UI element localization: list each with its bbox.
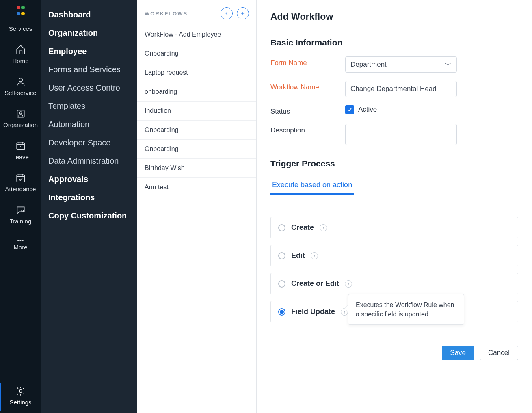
page-title: Add Workflow bbox=[270, 11, 518, 22]
rail-label: More bbox=[13, 244, 27, 251]
submenu-item-dashboard[interactable]: Dashboard bbox=[41, 6, 137, 24]
cancel-button[interactable]: Cancel bbox=[480, 346, 518, 360]
rail-label: Home bbox=[12, 57, 28, 64]
rail-item-self-service[interactable]: Self-service bbox=[0, 71, 41, 104]
workflow-list-item[interactable]: onboarding bbox=[137, 82, 256, 102]
chevron-down-icon: ﹀ bbox=[445, 60, 452, 69]
workflows-add-button[interactable] bbox=[237, 7, 249, 19]
section-trigger-heading: Trigger Process bbox=[270, 159, 518, 169]
submenu-item-forms-services[interactable]: Forms and Services bbox=[41, 61, 137, 79]
submenu-item-data-admin[interactable]: Data Administration bbox=[41, 152, 137, 170]
nav-rail: Services Home Self-service Organization … bbox=[0, 0, 41, 413]
workflows-header: WORKFLOWS bbox=[145, 11, 188, 17]
trigger-option-label: Edit bbox=[291, 251, 305, 260]
rail-label: Leave bbox=[12, 154, 29, 160]
section-basic-heading: Basic Information bbox=[270, 38, 518, 48]
status-active-checkbox[interactable]: Active bbox=[345, 105, 377, 114]
submenu-item-copy-customization[interactable]: Copy Customization bbox=[41, 207, 137, 225]
radio-icon bbox=[278, 308, 285, 316]
rail-item-settings[interactable]: Settings bbox=[0, 381, 41, 413]
submenu-item-employee[interactable]: Employee bbox=[41, 42, 137, 61]
settings-submenu: Dashboard Organization Employee Forms an… bbox=[41, 0, 137, 413]
check-icon bbox=[345, 105, 354, 114]
workflow-list-item[interactable]: Onboarding bbox=[137, 140, 256, 159]
description-textarea[interactable] bbox=[345, 124, 457, 145]
workflows-back-button[interactable] bbox=[221, 7, 233, 19]
svg-point-5 bbox=[22, 210, 23, 212]
trigger-option-field-update[interactable]: Field Update i Executes the Workflow Rul… bbox=[270, 301, 518, 322]
info-icon[interactable]: i bbox=[311, 252, 318, 259]
info-icon[interactable]: i bbox=[345, 280, 352, 288]
submenu-item-user-access[interactable]: User Access Control bbox=[41, 79, 137, 97]
trigger-option-edit[interactable]: Edit i bbox=[270, 245, 518, 266]
workflow-list-item[interactable]: WorkFlow - Add Employee bbox=[137, 25, 256, 44]
form-name-value: Department bbox=[350, 61, 387, 69]
radio-icon bbox=[278, 280, 285, 288]
calendar-alert-icon bbox=[15, 141, 26, 151]
gear-icon bbox=[15, 386, 26, 396]
workflow-list-item[interactable]: Onboarding bbox=[137, 121, 256, 140]
trigger-option-label: Create bbox=[291, 223, 314, 232]
status-active-label: Active bbox=[358, 106, 377, 114]
label-form-name: Form Name bbox=[270, 56, 345, 67]
submenu-item-organization[interactable]: Organization bbox=[41, 24, 137, 42]
workflows-list-panel: WORKFLOWS WorkFlow - Add Employee Onboar… bbox=[137, 0, 257, 413]
rail-item-services[interactable]: Services bbox=[0, 20, 41, 39]
submenu-item-integrations[interactable]: Integrations bbox=[41, 188, 137, 207]
svg-point-2 bbox=[19, 112, 22, 114]
calendar-check-icon bbox=[15, 173, 26, 183]
submenu-item-developer-space[interactable]: Developer Space bbox=[41, 134, 137, 152]
rail-item-attendance[interactable]: Attendance bbox=[0, 168, 41, 200]
save-button[interactable]: Save bbox=[442, 346, 474, 360]
radio-icon bbox=[278, 252, 285, 259]
field-update-tooltip: Executes the Workflow Rule when a specif… bbox=[348, 294, 464, 325]
label-status: Status bbox=[270, 105, 345, 116]
chat-icon bbox=[15, 205, 26, 215]
workflow-list-item[interactable]: Onboarding bbox=[137, 44, 256, 63]
tab-execute-on-action[interactable]: Execute based on action bbox=[270, 177, 354, 195]
svg-point-0 bbox=[19, 78, 22, 82]
workflow-form-panel: Add Workflow Basic Information Form Name… bbox=[257, 0, 532, 413]
svg-point-6 bbox=[19, 390, 22, 393]
workflow-list-item[interactable]: Laptop request bbox=[137, 63, 256, 82]
info-icon[interactable]: i bbox=[320, 224, 327, 231]
rail-label: Settings bbox=[9, 399, 31, 406]
rail-label: Self-service bbox=[4, 89, 36, 96]
trigger-option-create[interactable]: Create i bbox=[270, 217, 518, 238]
trigger-option-label: Create or Edit bbox=[291, 279, 339, 288]
rail-label: Attendance bbox=[5, 186, 36, 192]
rail-label: Services bbox=[9, 25, 32, 32]
plus-icon bbox=[240, 11, 246, 16]
form-name-select[interactable]: Department ﹀ bbox=[345, 56, 457, 73]
trigger-option-label: Field Update bbox=[291, 307, 335, 316]
rail-item-training[interactable]: Training bbox=[0, 200, 41, 232]
svg-rect-4 bbox=[17, 175, 25, 182]
workflow-list-item[interactable]: Induction bbox=[137, 102, 256, 121]
submenu-item-templates[interactable]: Templates bbox=[41, 97, 137, 115]
workflow-name-input[interactable] bbox=[345, 81, 457, 97]
org-icon bbox=[15, 108, 26, 119]
rail-label: Training bbox=[10, 218, 32, 225]
chevron-left-icon bbox=[224, 11, 229, 16]
submenu-item-automation[interactable]: Automation bbox=[41, 115, 137, 134]
trigger-option-create-or-edit[interactable]: Create or Edit i bbox=[270, 273, 518, 294]
radio-icon bbox=[278, 224, 285, 231]
rail-item-home[interactable]: Home bbox=[0, 39, 41, 71]
person-icon bbox=[15, 76, 26, 87]
label-workflow-name: Workflow Name bbox=[270, 81, 345, 91]
rail-item-more[interactable]: ••• More bbox=[0, 232, 41, 258]
more-dots-icon: ••• bbox=[0, 237, 41, 244]
workflow-list-item[interactable]: Birthday Wish bbox=[137, 159, 256, 178]
app-logo-icon bbox=[15, 6, 26, 17]
rail-item-leave[interactable]: Leave bbox=[0, 136, 41, 168]
workflow-list-item[interactable]: Ann test bbox=[137, 178, 256, 197]
submenu-item-approvals[interactable]: Approvals bbox=[41, 170, 137, 188]
label-description: Description bbox=[270, 124, 345, 134]
rail-label: Organization bbox=[3, 121, 38, 128]
home-icon bbox=[15, 44, 26, 55]
rail-item-organization[interactable]: Organization bbox=[0, 104, 41, 136]
